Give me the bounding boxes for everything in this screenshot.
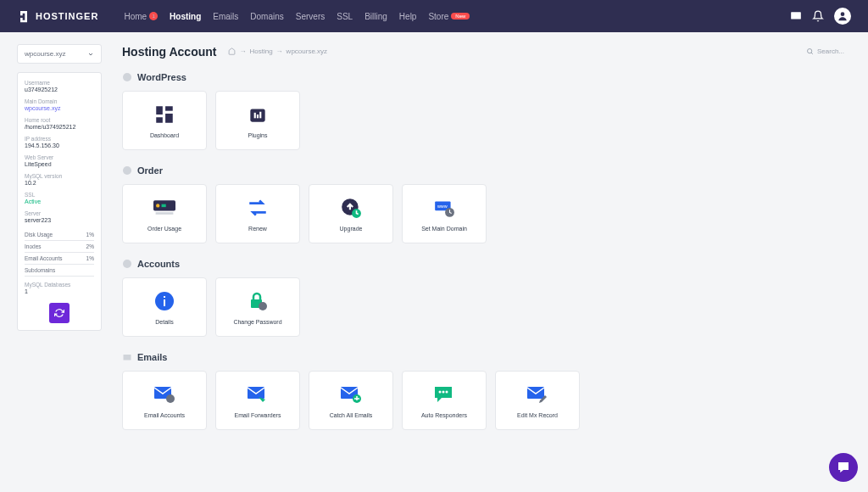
- card-details[interactable]: Details: [122, 277, 207, 337]
- catch-icon: [340, 385, 362, 404]
- brand-text: HOSTINGER: [36, 11, 98, 21]
- breadcrumb: → Hosting → wpcourse.xyz: [228, 48, 327, 55]
- search-input[interactable]: Search...: [799, 44, 851, 59]
- webserver-value: LiteSpeed: [25, 161, 94, 167]
- email-acct-label: Email Accounts: [25, 255, 62, 261]
- nav-home[interactable]: Home1: [124, 12, 158, 21]
- svg-rect-6: [165, 113, 173, 122]
- card-renew[interactable]: Renew: [215, 184, 300, 243]
- brand-logo[interactable]: HOSTINGER: [17, 9, 98, 23]
- svg-rect-16: [156, 212, 174, 215]
- info-icon: [122, 259, 132, 269]
- chevron-down-icon: [87, 51, 94, 58]
- page-title: Hosting Account: [122, 45, 216, 59]
- edit-mx-icon: [526, 385, 548, 404]
- ip-value: 194.5.156.30: [25, 143, 94, 148]
- card-auto-responders[interactable]: Auto Responders: [402, 371, 487, 430]
- svg-point-2: [807, 49, 811, 53]
- disk-usage-label: Disk Usage: [25, 232, 53, 238]
- nav-emails[interactable]: Emails: [213, 12, 238, 21]
- username-label: Username: [25, 80, 94, 86]
- svg-rect-24: [164, 296, 165, 298]
- server-value: server223: [25, 217, 94, 223]
- svg-point-35: [442, 390, 445, 393]
- section-emails: Emails Email Accounts Email Forwarders C…: [122, 352, 851, 430]
- inodes-label: Inodes: [25, 243, 42, 249]
- forward-icon: [247, 385, 269, 404]
- nav-home-badge: 1: [149, 12, 158, 20]
- chat-widget-icon: [836, 460, 851, 475]
- svg-rect-28: [124, 355, 131, 361]
- details-icon: [154, 291, 175, 311]
- card-order-usage-label: Order Usage: [147, 226, 181, 232]
- domain-dropdown[interactable]: wpcourse.xyz: [17, 44, 102, 64]
- hostinger-icon: [17, 9, 31, 23]
- disk-usage-value: 1%: [86, 232, 94, 238]
- maindomain-value[interactable]: wpcourse.xyz: [25, 105, 94, 111]
- nav-domains[interactable]: Domains: [250, 12, 283, 21]
- nav-servers[interactable]: Servers: [296, 12, 325, 21]
- wordpress-icon: [122, 72, 132, 82]
- card-change-password-label: Change Password: [233, 319, 281, 325]
- accounts-title: Accounts: [137, 259, 180, 269]
- svg-rect-31: [248, 387, 264, 399]
- top-nav: HOSTINGER Home1 Hosting Emails Domains S…: [0, 0, 868, 32]
- card-order-usage[interactable]: Order Usage: [122, 184, 207, 243]
- search-placeholder: Search...: [817, 48, 844, 55]
- nav-store[interactable]: StoreNew: [428, 12, 470, 21]
- card-change-password[interactable]: Change Password: [215, 277, 300, 337]
- svg-point-12: [123, 166, 131, 175]
- card-email-accounts[interactable]: Email Accounts: [122, 371, 207, 430]
- svg-rect-11: [259, 111, 261, 118]
- svg-rect-0: [791, 12, 801, 19]
- ip-label: IP address: [25, 136, 94, 142]
- email-icon: [153, 385, 175, 404]
- crumb-hosting[interactable]: Hosting: [249, 48, 272, 55]
- maindomain-label: Main Domain: [25, 98, 94, 104]
- svg-point-14: [156, 204, 159, 207]
- svg-point-36: [446, 390, 448, 393]
- card-email-forwarders-label: Email Forwarders: [235, 412, 281, 418]
- nav-help[interactable]: Help: [399, 12, 417, 21]
- svg-rect-4: [156, 106, 163, 115]
- svg-rect-7: [156, 117, 163, 123]
- nav-hosting[interactable]: Hosting: [170, 12, 201, 21]
- svg-rect-10: [257, 115, 259, 118]
- svg-point-3: [123, 73, 131, 81]
- nav-ssl[interactable]: SSL: [337, 12, 353, 21]
- flag-icon[interactable]: [790, 10, 802, 22]
- svg-point-30: [166, 394, 175, 403]
- card-plugins[interactable]: Plugins: [215, 91, 300, 150]
- card-catch-all[interactable]: Catch All Emails: [309, 371, 393, 430]
- card-email-forwarders[interactable]: Email Forwarders: [215, 371, 300, 430]
- renew-icon: [247, 197, 269, 219]
- order-title: Order: [137, 165, 163, 176]
- refresh-icon: [54, 308, 64, 318]
- page-header: Hosting Account → Hosting → wpcourse.xyz…: [122, 44, 851, 59]
- svg-rect-15: [162, 204, 166, 206]
- svg-point-1: [841, 12, 845, 16]
- card-dashboard[interactable]: Dashboard: [122, 91, 207, 150]
- chat-icon: [433, 385, 455, 404]
- card-plugins-label: Plugins: [248, 132, 268, 138]
- card-edit-mx[interactable]: Edit Mx Record: [495, 371, 580, 430]
- nav-items: Home1 Hosting Emails Domains Servers SSL…: [124, 12, 790, 21]
- avatar[interactable]: [834, 8, 851, 25]
- card-email-accounts-label: Email Accounts: [144, 412, 185, 418]
- main-content: Hosting Account → Hosting → wpcourse.xyz…: [122, 44, 851, 445]
- card-edit-mx-label: Edit Mx Record: [517, 412, 558, 418]
- dbs-value: 1: [25, 288, 94, 294]
- chat-widget[interactable]: [829, 453, 858, 482]
- info-icon: [122, 165, 132, 176]
- homeroot-value: /home/u374925212: [25, 124, 94, 130]
- dropdown-label: wpcourse.xyz: [25, 50, 65, 58]
- lock-icon: [248, 291, 268, 311]
- emails-section-icon: [122, 352, 132, 362]
- home-icon[interactable]: [228, 48, 236, 55]
- nav-billing[interactable]: Billing: [364, 12, 387, 21]
- refresh-button[interactable]: [49, 303, 70, 323]
- server-label: Server: [25, 210, 94, 216]
- card-upgrade[interactable]: Upgrade: [309, 184, 393, 243]
- card-set-main-domain[interactable]: www Set Main Domain: [402, 184, 487, 243]
- bell-icon[interactable]: [812, 10, 824, 22]
